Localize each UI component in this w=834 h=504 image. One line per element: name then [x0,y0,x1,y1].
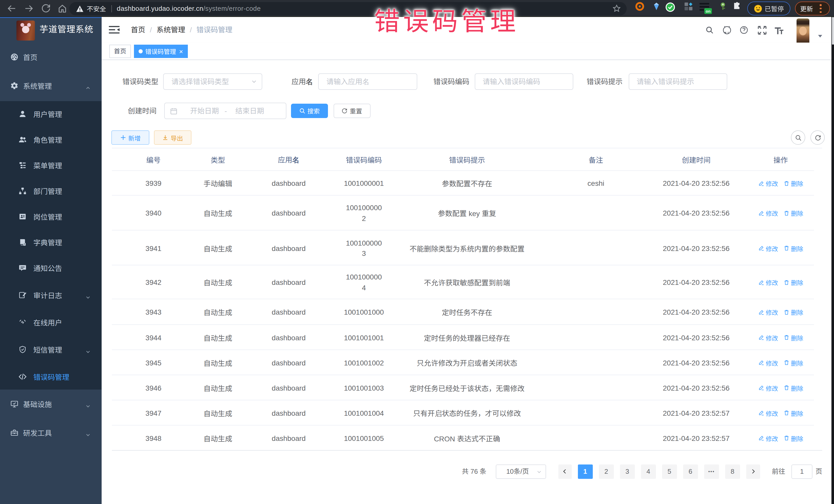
svg-text:on: on [706,9,710,13]
